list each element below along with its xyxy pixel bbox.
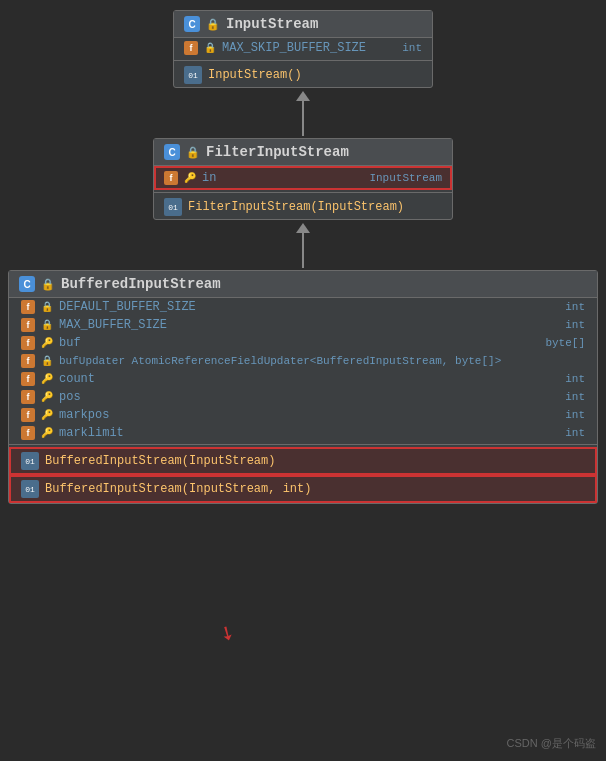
lock-default: 🔒 xyxy=(41,301,53,313)
filterinputstream-constructor-row: 01 FilterInputStream(InputStream) xyxy=(154,195,452,219)
arrowhead-1 xyxy=(296,91,310,101)
field-icon-markpos: f xyxy=(21,408,35,422)
count-row: f 🔑 count int xyxy=(9,370,597,388)
max-buffer-size-type: int xyxy=(565,319,585,331)
field-icon-default: f xyxy=(21,300,35,314)
field-icon-marklimit: f xyxy=(21,426,35,440)
count-type: int xyxy=(565,373,585,385)
field-icon-f: f xyxy=(184,41,198,55)
arrow-2 xyxy=(296,220,310,270)
arrow-up-2 xyxy=(296,223,310,268)
filterinputstream-constructor: FilterInputStream(InputStream) xyxy=(188,200,404,214)
filterinputstream-header: C 🔒 FilterInputStream xyxy=(154,139,452,166)
constructor-2-row: 01 BufferedInputStream(InputStream, int) xyxy=(9,475,597,503)
field-lock: 🔒 xyxy=(204,42,216,54)
bufupdater-name: bufUpdater AtomicReferenceFieldUpdater<B… xyxy=(59,355,585,367)
field-icon-pos: f xyxy=(21,390,35,404)
pos-name: pos xyxy=(59,390,559,404)
buf-row: f 🔑 buf byte[] xyxy=(9,334,597,352)
field-icon-max: f xyxy=(21,318,35,332)
inputstream-header: C 🔒 InputStream xyxy=(174,11,432,38)
arrow-up-1 xyxy=(296,91,310,136)
markpos-row: f 🔑 markpos int xyxy=(9,406,597,424)
bufferedinputstream-header: C 🔒 BufferedInputStream xyxy=(9,271,597,298)
vis-marklimit: 🔑 xyxy=(41,427,53,439)
max-buffer-size-row: f 🔒 MAX_BUFFER_SIZE int xyxy=(9,316,597,334)
bufferedinputstream-card: C 🔒 BufferedInputStream f 🔒 DEFAULT_BUFF… xyxy=(8,270,598,504)
shaft-1 xyxy=(302,101,304,136)
class-icon-c: C xyxy=(184,16,200,32)
count-name: count xyxy=(59,372,559,386)
max-skip-field-type: int xyxy=(402,42,422,54)
lock-icon-filter: 🔒 xyxy=(186,146,200,159)
divider-2 xyxy=(154,192,452,193)
in-field-name: in xyxy=(202,171,363,185)
bufupdater-row: f 🔒 bufUpdater AtomicReferenceFieldUpdat… xyxy=(9,352,597,370)
lock-max: 🔒 xyxy=(41,319,53,331)
default-buffer-size-row: f 🔒 DEFAULT_BUFFER_SIZE int xyxy=(9,298,597,316)
watermark: CSDN @是个码盗 xyxy=(507,736,596,751)
buf-name: buf xyxy=(59,336,539,350)
inputstream-constructor: InputStream() xyxy=(208,68,302,82)
method-icon-filter: 01 xyxy=(164,198,182,216)
divider-1 xyxy=(174,60,432,61)
buf-type: byte[] xyxy=(545,337,585,349)
method-icon-buffered-2: 01 xyxy=(21,480,39,498)
marklimit-row: f 🔑 marklimit int xyxy=(9,424,597,442)
in-field-row: f 🔑 in InputStream xyxy=(154,166,452,190)
class-icon-buffered: C xyxy=(19,276,35,292)
filterinputstream-card: C 🔒 FilterInputStream f 🔑 in InputStream… xyxy=(153,138,453,220)
class-icon-filter: C xyxy=(164,144,180,160)
inputstream-card: C 🔒 InputStream f 🔒 MAX_SKIP_BUFFER_SIZE… xyxy=(173,10,433,88)
filterinputstream-body: f 🔑 in InputStream 01 FilterInputStream(… xyxy=(154,166,452,219)
max-buffer-size-name: MAX_BUFFER_SIZE xyxy=(59,318,559,332)
visibility-in: 🔑 xyxy=(184,172,196,184)
markpos-type: int xyxy=(565,409,585,421)
in-field-type: InputStream xyxy=(369,172,442,184)
marklimit-name: marklimit xyxy=(59,426,559,440)
max-skip-field-name: MAX_SKIP_BUFFER_SIZE xyxy=(222,41,396,55)
bufferedinputstream-body: f 🔒 DEFAULT_BUFFER_SIZE int f 🔒 MAX_BUFF… xyxy=(9,298,597,503)
vis-buf: 🔑 xyxy=(41,337,53,349)
markpos-name: markpos xyxy=(59,408,559,422)
default-buffer-size-type: int xyxy=(565,301,585,313)
field-icon-in: f xyxy=(164,171,178,185)
method-icon: 01 xyxy=(184,66,202,84)
inputstream-body: f 🔒 MAX_SKIP_BUFFER_SIZE int 01 InputStr… xyxy=(174,38,432,87)
inputstream-constructor-row: 01 InputStream() xyxy=(174,63,432,87)
lock-icon: 🔒 xyxy=(206,18,220,31)
inputstream-title: InputStream xyxy=(226,16,318,32)
bufferedinputstream-title: BufferedInputStream xyxy=(61,276,221,292)
pos-type: int xyxy=(565,391,585,403)
vis-markpos: 🔑 xyxy=(41,409,53,421)
red-arrow-annotation: ➘ xyxy=(214,618,239,648)
marklimit-type: int xyxy=(565,427,585,439)
vis-pos: 🔑 xyxy=(41,391,53,403)
arrowhead-2 xyxy=(296,223,310,233)
field-icon-count: f xyxy=(21,372,35,386)
arrow-1 xyxy=(296,88,310,138)
method-icon-buffered-1: 01 xyxy=(21,452,39,470)
vis-count: 🔑 xyxy=(41,373,53,385)
constructor-1-name: BufferedInputStream(InputStream) xyxy=(45,454,275,468)
buffered-methods: 01 BufferedInputStream(InputStream) 01 B… xyxy=(9,447,597,503)
field-icon-buf: f xyxy=(21,336,35,350)
filterinputstream-title: FilterInputStream xyxy=(206,144,349,160)
constructor-1-row: 01 BufferedInputStream(InputStream) xyxy=(9,447,597,475)
field-icon-bufupdater: f xyxy=(21,354,35,368)
lock-icon-buffered: 🔒 xyxy=(41,278,55,291)
shaft-2 xyxy=(302,233,304,268)
max-skip-buffer-row: f 🔒 MAX_SKIP_BUFFER_SIZE int xyxy=(174,38,432,58)
lock-bufupdater: 🔒 xyxy=(41,355,53,367)
default-buffer-size-name: DEFAULT_BUFFER_SIZE xyxy=(59,300,559,314)
constructor-2-name: BufferedInputStream(InputStream, int) xyxy=(45,482,311,496)
divider-buffered xyxy=(9,444,597,445)
pos-row: f 🔑 pos int xyxy=(9,388,597,406)
